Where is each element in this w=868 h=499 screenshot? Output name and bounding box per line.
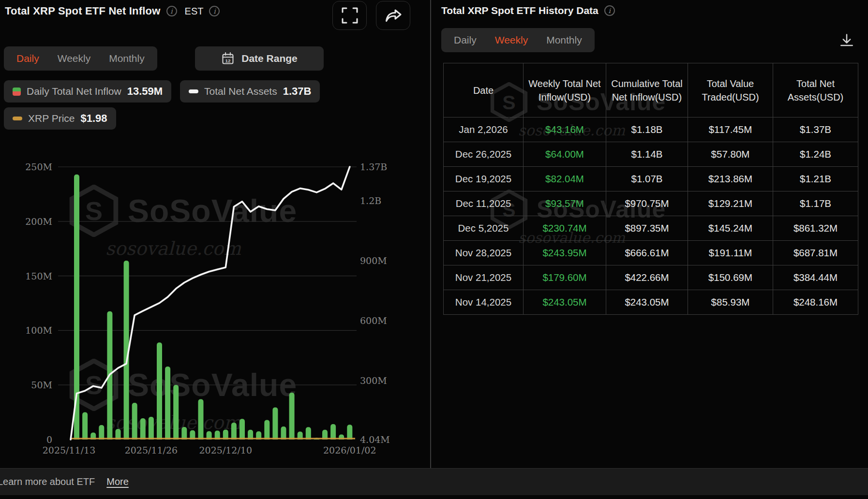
net-inflow-chart[interactable]: 250M200M150M100M50M01.37B1.2B900M600M300… [0,134,431,455]
y-axis-left: 250M200M150M100M50M0 [25,161,52,445]
cell-value-traded: $57.80M [688,142,773,167]
svg-text:50M: 50M [31,380,52,390]
svg-text:900M: 900M [360,255,387,266]
total-net-assets-line [71,167,350,440]
svg-text:2025/11/26: 2025/11/26 [125,445,178,455]
cell-date: Nov 21,2025 [444,265,524,290]
inflow-bar [140,418,146,440]
cell-date: Jan 2,2026 [444,117,524,142]
history-period-tabs: Daily Weekly Monthly [441,28,595,52]
chart-controls: Daily Weekly Monthly 12 Date Range [0,46,430,71]
history-table-head: DateWeekly Total Net Inflow(USD)Cumulati… [444,63,858,117]
inflow-bar [272,407,278,440]
table-row: Nov 14,2025$243.05M$243.05M$85.93M$248.1… [444,290,858,315]
chart-legend-row2: XRP Price $1.98 [4,107,116,130]
legend-daily-net-inflow[interactable]: Daily Total Net Inflow 13.59M [4,80,171,103]
info-icon[interactable]: i [604,5,615,16]
timezone-label: EST [185,6,204,17]
tab-monthly[interactable]: Monthly [109,53,145,64]
history-title: Total XRP Spot ETF History Data [441,5,599,16]
page-title: Total XRP Spot ETF Net Inflow [5,5,161,17]
tab-weekly[interactable]: Weekly [495,34,528,46]
svg-text:1.37B: 1.37B [360,161,387,172]
tab-daily[interactable]: Daily [16,53,39,64]
column-header: Date [444,63,524,117]
legend-label: XRP Price [28,113,75,124]
cell-cumulative-inflow: $1.14B [606,142,688,167]
net-inflow-panel: Total XRP Spot ETF Net Inflow i EST i Da… [0,0,430,468]
cell-weekly-net-inflow: $179.60M [524,265,606,290]
column-header: Cumulative Total Net Inflow(USD) [606,63,688,117]
table-row: Dec 26,2025$64.00M$1.14B$57.80M$1.24B [444,142,858,167]
cell-cumulative-inflow: $666.61M [606,241,688,265]
cell-date: Nov 28,2025 [444,241,524,265]
cell-cumulative-inflow: $243.05M [606,290,688,315]
cell-value-traded: $213.86M [688,167,773,191]
footer-bar: Learn more about ETF More [0,468,868,495]
svg-text:150M: 150M [25,271,52,281]
info-icon[interactable]: i [166,6,177,16]
inflow-bar [231,423,237,440]
gold-dash-icon [13,117,22,120]
fullscreen-button[interactable] [332,1,367,30]
cell-net-assets: $1.21B [773,167,858,191]
share-button[interactable] [376,1,410,30]
history-header: Total XRP Spot ETF History Data i [441,5,615,16]
cell-net-assets: $1.17B [773,191,858,216]
table-row: Dec 5,2025$230.74M$897.35M$145.24M$861.3… [444,216,858,241]
fullscreen-icon [340,6,359,25]
svg-text:100M: 100M [25,325,52,336]
chart-legend: Daily Total Net Inflow 13.59M Total Net … [4,80,320,103]
date-range-label: Date Range [241,53,298,64]
cell-value-traded: $117.45M [688,117,773,142]
cell-net-assets: $384.44M [773,265,858,290]
cell-date: Dec 11,2025 [444,191,524,216]
inflow-bar [306,427,311,440]
svg-text:12: 12 [225,58,231,63]
svg-text:2026/01/02: 2026/01/02 [323,445,376,455]
download-button[interactable] [836,30,857,51]
legend-label: Daily Total Net Inflow [27,86,121,97]
inflow-bar [132,403,137,440]
date-range-button[interactable]: 12 Date Range [195,46,324,71]
cell-weekly-net-inflow: $230.74M [524,216,606,241]
svg-text:600M: 600M [360,315,387,326]
cell-net-assets: $861.32M [773,216,858,241]
cell-net-assets: $248.16M [773,290,858,315]
cell-value-traded: $191.11M [688,241,773,265]
table-header-row: DateWeekly Total Net Inflow(USD)Cumulati… [444,63,858,117]
column-header: Total Value Traded(USD) [688,63,773,117]
history-table-body: Jan 2,2026$43.16M$1.18B$117.45M$1.37BDec… [444,117,858,315]
history-table: DateWeekly Total Net Inflow(USD)Cumulati… [443,63,858,315]
inflow-bar [239,419,245,440]
y-axis-right: 1.37B1.2B900M600M300M4.04M [360,161,390,445]
cell-date: Dec 19,2025 [444,167,524,191]
legend-value: 1.37B [283,85,312,98]
svg-text:2025/11/13: 2025/11/13 [43,445,96,455]
cell-cumulative-inflow: $897.35M [606,216,688,241]
cell-cumulative-inflow: $1.18B [606,117,688,142]
cell-net-assets: $1.24B [773,142,858,167]
svg-text:1.2B: 1.2B [360,195,381,206]
table-row: Dec 11,2025$93.57M$970.75M$129.21M$1.17B [444,191,858,216]
daily-inflow-bars[interactable] [74,175,352,440]
tab-weekly[interactable]: Weekly [58,53,90,64]
inflow-bar [264,420,269,440]
cell-cumulative-inflow: $422.66M [606,265,688,290]
tab-daily[interactable]: Daily [454,34,477,46]
column-header: Weekly Total Net Inflow(USD) [524,63,606,117]
table-row: Nov 28,2025$243.95M$666.61M$191.11M$687.… [444,241,858,265]
timezone-info-icon[interactable]: i [209,6,220,16]
cell-weekly-net-inflow: $43.16M [524,117,606,142]
cell-net-assets: $1.37B [773,117,858,142]
calendar-icon: 12 [221,52,235,65]
legend-total-net-assets[interactable]: Total Net Assets 1.37B [180,80,320,103]
footer-more-link[interactable]: More [106,476,129,487]
table-row: Nov 21,2025$179.60M$422.66M$150.69M$384.… [444,265,858,290]
net-inflow-header: Total XRP Spot ETF Net Inflow i EST i [5,5,220,17]
inflow-bar [330,424,336,440]
period-tabs: Daily Weekly Monthly [4,46,157,71]
tab-monthly[interactable]: Monthly [546,34,582,46]
green-red-split-icon [13,88,21,96]
legend-xrp-price[interactable]: XRP Price $1.98 [4,107,116,130]
